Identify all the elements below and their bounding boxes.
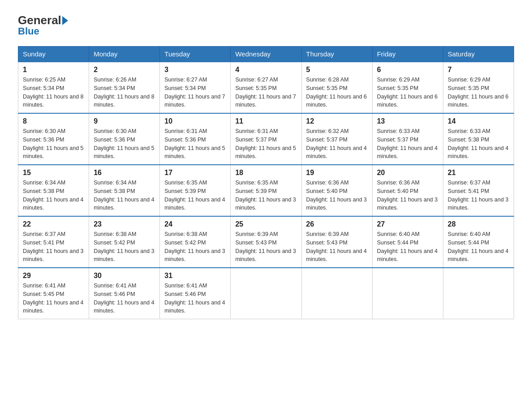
calendar-cell: 11 Sunrise: 6:31 AMSunset: 5:37 PMDaylig…	[231, 113, 301, 165]
calendar-cell: 14 Sunrise: 6:33 AMSunset: 5:38 PMDaylig…	[443, 113, 514, 165]
day-info: Sunrise: 6:39 AMSunset: 5:43 PMDaylight:…	[306, 230, 368, 264]
day-header-saturday: Saturday	[443, 47, 514, 62]
day-info: Sunrise: 6:41 AMSunset: 5:46 PMDaylight:…	[94, 282, 155, 315]
day-header-monday: Monday	[89, 47, 160, 62]
calendar-cell: 2 Sunrise: 6:26 AMSunset: 5:34 PMDayligh…	[89, 62, 160, 113]
calendar-cell: 21 Sunrise: 6:37 AMSunset: 5:41 PMDaylig…	[443, 165, 514, 216]
day-info: Sunrise: 6:30 AMSunset: 5:36 PMDaylight:…	[23, 127, 84, 161]
day-number: 26	[306, 220, 368, 228]
day-info: Sunrise: 6:26 AMSunset: 5:34 PMDaylight:…	[94, 76, 155, 109]
calendar-cell: 3 Sunrise: 6:27 AMSunset: 5:34 PMDayligh…	[160, 62, 231, 113]
calendar-cell: 13 Sunrise: 6:33 AMSunset: 5:37 PMDaylig…	[372, 113, 443, 165]
day-info: Sunrise: 6:39 AMSunset: 5:43 PMDaylight:…	[235, 230, 296, 264]
day-info: Sunrise: 6:28 AMSunset: 5:35 PMDaylight:…	[306, 76, 368, 109]
day-info: Sunrise: 6:34 AMSunset: 5:38 PMDaylight:…	[23, 179, 84, 212]
day-info: Sunrise: 6:27 AMSunset: 5:34 PMDaylight:…	[164, 76, 226, 109]
day-number: 5	[306, 66, 368, 74]
day-header-friday: Friday	[372, 47, 443, 62]
day-number: 12	[306, 117, 368, 125]
day-number: 8	[23, 117, 84, 125]
day-number: 3	[164, 66, 226, 74]
day-info: Sunrise: 6:32 AMSunset: 5:37 PMDaylight:…	[306, 127, 368, 161]
calendar-cell: 7 Sunrise: 6:29 AMSunset: 5:35 PMDayligh…	[443, 62, 514, 113]
day-number: 2	[94, 66, 155, 74]
day-info: Sunrise: 6:35 AMSunset: 5:39 PMDaylight:…	[235, 179, 296, 212]
calendar-cell: 10 Sunrise: 6:31 AMSunset: 5:36 PMDaylig…	[160, 113, 231, 165]
day-number: 13	[377, 117, 438, 125]
day-number: 30	[94, 272, 155, 280]
calendar-cell: 28 Sunrise: 6:40 AMSunset: 5:44 PMDaylig…	[443, 216, 514, 268]
day-info: Sunrise: 6:41 AMSunset: 5:46 PMDaylight:…	[164, 282, 226, 315]
calendar-cell: 16 Sunrise: 6:34 AMSunset: 5:38 PMDaylig…	[89, 165, 160, 216]
calendar-cell: 15 Sunrise: 6:34 AMSunset: 5:38 PMDaylig…	[18, 165, 89, 216]
calendar-cell: 29 Sunrise: 6:41 AMSunset: 5:45 PMDaylig…	[18, 268, 89, 319]
day-info: Sunrise: 6:31 AMSunset: 5:37 PMDaylight:…	[235, 127, 296, 161]
day-info: Sunrise: 6:27 AMSunset: 5:35 PMDaylight:…	[235, 76, 296, 109]
day-info: Sunrise: 6:37 AMSunset: 5:41 PMDaylight:…	[448, 179, 509, 212]
day-info: Sunrise: 6:40 AMSunset: 5:44 PMDaylight:…	[448, 230, 509, 264]
day-number: 4	[235, 66, 296, 74]
day-info: Sunrise: 6:34 AMSunset: 5:38 PMDaylight:…	[94, 179, 155, 212]
calendar-cell: 6 Sunrise: 6:29 AMSunset: 5:35 PMDayligh…	[372, 62, 443, 113]
day-number: 27	[377, 220, 438, 228]
day-number: 1	[23, 66, 84, 74]
day-number: 10	[164, 117, 226, 125]
calendar-cell	[231, 268, 301, 319]
day-number: 16	[94, 169, 155, 177]
day-number: 14	[448, 117, 509, 125]
day-info: Sunrise: 6:35 AMSunset: 5:39 PMDaylight:…	[164, 179, 226, 212]
day-number: 6	[377, 66, 438, 74]
calendar-cell	[372, 268, 443, 319]
calendar-cell: 24 Sunrise: 6:38 AMSunset: 5:42 PMDaylig…	[160, 216, 231, 268]
day-number: 29	[23, 272, 84, 280]
calendar-header-row: SundayMondayTuesdayWednesdayThursdayFrid…	[18, 47, 514, 62]
day-info: Sunrise: 6:29 AMSunset: 5:35 PMDaylight:…	[448, 76, 509, 109]
calendar-cell: 18 Sunrise: 6:35 AMSunset: 5:39 PMDaylig…	[231, 165, 301, 216]
logo-triangle-icon	[62, 16, 68, 25]
calendar-cell: 23 Sunrise: 6:38 AMSunset: 5:42 PMDaylig…	[89, 216, 160, 268]
day-header-wednesday: Wednesday	[231, 47, 301, 62]
day-info: Sunrise: 6:30 AMSunset: 5:36 PMDaylight:…	[94, 127, 155, 161]
day-info: Sunrise: 6:40 AMSunset: 5:44 PMDaylight:…	[377, 230, 438, 264]
logo: General Blue	[18, 13, 69, 37]
day-info: Sunrise: 6:41 AMSunset: 5:45 PMDaylight:…	[23, 282, 84, 315]
calendar-cell: 26 Sunrise: 6:39 AMSunset: 5:43 PMDaylig…	[301, 216, 372, 268]
day-number: 15	[23, 169, 84, 177]
calendar-cell	[443, 268, 514, 319]
calendar-cell: 17 Sunrise: 6:35 AMSunset: 5:39 PMDaylig…	[160, 165, 231, 216]
day-number: 25	[235, 220, 296, 228]
day-info: Sunrise: 6:29 AMSunset: 5:35 PMDaylight:…	[377, 76, 438, 109]
day-info: Sunrise: 6:33 AMSunset: 5:38 PMDaylight:…	[448, 127, 509, 161]
day-header-thursday: Thursday	[301, 47, 372, 62]
calendar-cell: 27 Sunrise: 6:40 AMSunset: 5:44 PMDaylig…	[372, 216, 443, 268]
week-row-1: 1 Sunrise: 6:25 AMSunset: 5:34 PMDayligh…	[18, 62, 514, 113]
day-info: Sunrise: 6:38 AMSunset: 5:42 PMDaylight:…	[164, 230, 226, 264]
week-row-4: 22 Sunrise: 6:37 AMSunset: 5:41 PMDaylig…	[18, 216, 514, 268]
calendar-table: SundayMondayTuesdayWednesdayThursdayFrid…	[18, 46, 514, 319]
day-number: 21	[448, 169, 509, 177]
week-row-3: 15 Sunrise: 6:34 AMSunset: 5:38 PMDaylig…	[18, 165, 514, 216]
day-number: 22	[23, 220, 84, 228]
calendar-cell: 9 Sunrise: 6:30 AMSunset: 5:36 PMDayligh…	[89, 113, 160, 165]
day-info: Sunrise: 6:36 AMSunset: 5:40 PMDaylight:…	[377, 179, 438, 212]
day-number: 20	[377, 169, 438, 177]
week-row-5: 29 Sunrise: 6:41 AMSunset: 5:45 PMDaylig…	[18, 268, 514, 319]
day-number: 18	[235, 169, 296, 177]
day-number: 17	[164, 169, 226, 177]
page-header: General Blue	[18, 13, 514, 37]
day-number: 7	[448, 66, 509, 74]
day-info: Sunrise: 6:31 AMSunset: 5:36 PMDaylight:…	[164, 127, 226, 161]
day-header-sunday: Sunday	[18, 47, 89, 62]
calendar-cell: 22 Sunrise: 6:37 AMSunset: 5:41 PMDaylig…	[18, 216, 89, 268]
day-number: 31	[164, 272, 226, 280]
calendar-cell: 5 Sunrise: 6:28 AMSunset: 5:35 PMDayligh…	[301, 62, 372, 113]
day-number: 11	[235, 117, 296, 125]
calendar-cell: 19 Sunrise: 6:36 AMSunset: 5:40 PMDaylig…	[301, 165, 372, 216]
day-number: 23	[94, 220, 155, 228]
day-header-tuesday: Tuesday	[160, 47, 231, 62]
logo-blue-label: Blue	[18, 26, 39, 37]
calendar-cell: 25 Sunrise: 6:39 AMSunset: 5:43 PMDaylig…	[231, 216, 301, 268]
day-number: 9	[94, 117, 155, 125]
calendar-cell: 20 Sunrise: 6:36 AMSunset: 5:40 PMDaylig…	[372, 165, 443, 216]
day-number: 28	[448, 220, 509, 228]
